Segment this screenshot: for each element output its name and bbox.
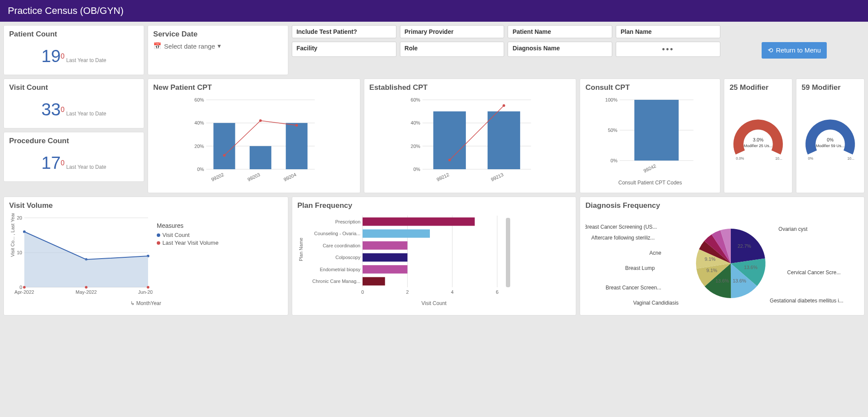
- bar-chart[interactable]: 0%20%40%60% 9921299213: [370, 95, 571, 187]
- svg-text:0%: 0%: [611, 158, 617, 163]
- legend-title: Measures: [157, 222, 218, 229]
- metric-visit-card: Visit Count 33 0 Last Year to Date: [3, 79, 144, 128]
- return-to-menu-button[interactable]: ⟲ Return to Menu: [762, 42, 827, 59]
- svg-text:Breast Lump: Breast Lump: [625, 265, 655, 271]
- svg-text:13.6%: 13.6%: [744, 265, 758, 270]
- chart-established-cpt: Established CPT 0%20%40%60% 9921299213: [364, 79, 577, 193]
- svg-text:0: 0: [361, 289, 364, 295]
- chart-consult-cpt: Consult CPT 0%50%100% 99242 Consult Pati…: [580, 79, 720, 193]
- svg-text:Gestational diabetes mellitus : Gestational diabetes mellitus i...: [770, 298, 843, 304]
- hbar-chart[interactable]: Plan Name 0246PrescriptionCounseling - O…: [297, 213, 506, 300]
- gauge-label: Modifier 59 Us...: [816, 144, 845, 148]
- metric-value: 33: [41, 100, 61, 119]
- date-range-selector[interactable]: 📅 Select date range ▾: [153, 42, 283, 50]
- gauge-hi: 10...: [776, 157, 782, 161]
- chart-title: Diagnosis Frequency: [585, 201, 859, 210]
- metric-sub: Last Year to Date: [66, 57, 106, 63]
- svg-rect-10: [286, 123, 307, 169]
- svg-text:Endometrial biopsy: Endometrial biopsy: [320, 267, 360, 272]
- filter-facility[interactable]: Facility: [292, 42, 396, 57]
- bar-chart[interactable]: 0%20%40%60% 992029920399204: [153, 95, 355, 187]
- metric-procedure-card: Procedure Count 17 0 Last Year to Date: [3, 132, 144, 182]
- svg-text:60%: 60%: [410, 97, 420, 102]
- chart-new-patient-cpt: New Patient CPT 0%20%40%60% 992029920399…: [148, 79, 360, 193]
- svg-point-28: [502, 104, 505, 107]
- filter-primary-provider[interactable]: Primary Provider: [400, 25, 505, 38]
- svg-text:99242: 99242: [643, 163, 657, 174]
- filters-container: Include Test Patient? Primary Provider P…: [292, 25, 721, 75]
- metric-title: Patient Count: [9, 30, 139, 39]
- svg-point-13: [295, 124, 298, 127]
- x-axis-label: Visit Count: [297, 300, 571, 306]
- chart-plan-frequency: Plan Frequency Plan Name 0246Prescriptio…: [292, 197, 577, 315]
- gauge-chart[interactable]: 3.0% Modifier 25 Us... 0.0% 10...: [729, 95, 787, 174]
- filter-test-patient[interactable]: Include Test Patient?: [292, 25, 396, 38]
- svg-text:4: 4: [451, 289, 453, 295]
- chart-title: New Patient CPT: [153, 83, 355, 92]
- svg-text:Colposcopy: Colposcopy: [335, 255, 360, 260]
- gauge-chart[interactable]: 0% Modifier 59 Us... 0% 10...: [802, 95, 859, 174]
- svg-text:Cervical Cancer Scre...: Cervical Cancer Scre...: [787, 269, 841, 276]
- metric-title: Procedure Count: [9, 137, 139, 145]
- metric-value: 19: [41, 46, 61, 66]
- svg-point-27: [448, 159, 451, 161]
- gauge-value: 3.0%: [753, 137, 764, 142]
- legend-item[interactable]: Last Year Visit Volume: [157, 240, 218, 246]
- chart-title: Plan Frequency: [297, 201, 571, 210]
- area-chart[interactable]: Visit Co... , Last Year Visit Vol... 010…: [9, 213, 152, 300]
- svg-text:Breast Cancer Screen...: Breast Cancer Screen...: [606, 285, 661, 291]
- gauge-value: 0%: [827, 137, 834, 142]
- metric-value: 17: [41, 153, 61, 173]
- scrollbar[interactable]: [506, 218, 510, 287]
- service-date-card: Service Date 📅 Select date range ▾: [148, 25, 288, 75]
- bar-chart[interactable]: 0%50%100% 99242: [585, 95, 715, 178]
- svg-point-50: [147, 286, 149, 289]
- svg-rect-68: [363, 253, 407, 262]
- svg-text:Prescription: Prescription: [335, 219, 360, 224]
- filter-plan-name[interactable]: Plan Name: [616, 25, 720, 38]
- filter-more[interactable]: •••: [616, 42, 720, 57]
- legend-item[interactable]: Visit Count: [157, 232, 218, 238]
- svg-text:100%: 100%: [605, 97, 617, 102]
- svg-text:99213: 99213: [490, 172, 504, 182]
- chart-xlabel: Consult Patient CPT Codes: [585, 180, 715, 186]
- svg-text:Aftercare following steriliz..: Aftercare following steriliz...: [591, 235, 655, 241]
- svg-text:20%: 20%: [410, 144, 420, 149]
- filter-diagnosis[interactable]: Diagnosis Name: [508, 42, 612, 57]
- filter-role[interactable]: Role: [400, 42, 505, 57]
- svg-text:Breast Cancer Screening (US...: Breast Cancer Screening (US...: [585, 224, 657, 230]
- pie-chart[interactable]: 22.7%13.6%13.6%13.6%9.1%9.1% Ovarian cys…: [585, 213, 859, 309]
- svg-rect-26: [487, 112, 520, 169]
- chart-title: 59 Modifier: [802, 83, 859, 92]
- svg-point-12: [259, 119, 262, 122]
- svg-text:Chronic Care Manag...: Chronic Care Manag...: [312, 279, 360, 284]
- filter-patient-name[interactable]: Patient Name: [508, 25, 612, 38]
- svg-text:2: 2: [406, 289, 409, 295]
- svg-text:Ovarian cyst: Ovarian cyst: [779, 226, 808, 232]
- gauge-lo: 0%: [808, 157, 814, 161]
- svg-text:40%: 40%: [410, 120, 420, 125]
- chart-59-modifier: 59 Modifier 0% Modifier 59 Us... 0% 10..…: [796, 79, 865, 193]
- gauge-label: Modifier 25 Us...: [744, 144, 772, 148]
- metric-title: Visit Count: [9, 83, 139, 92]
- svg-point-49: [85, 286, 88, 289]
- metric-sup: 0: [61, 106, 65, 114]
- chevron-down-icon: ▾: [218, 42, 221, 50]
- date-range-placeholder: Select date range: [164, 43, 215, 50]
- svg-text:Apr-2022: Apr-2022: [14, 289, 34, 295]
- chart-title: Established CPT: [370, 83, 571, 92]
- metric-sub: Last Year to Date: [66, 111, 106, 117]
- chart-visit-volume: Visit Volume Visit Co... , Last Year Vis…: [3, 197, 288, 315]
- svg-text:9.1%: 9.1%: [705, 256, 716, 262]
- svg-text:10: 10: [17, 250, 22, 255]
- svg-rect-64: [363, 230, 430, 238]
- chart-diagnosis-frequency: Diagnosis Frequency 22.7%13.6%13.6%13.6%…: [580, 197, 865, 315]
- svg-text:9.1%: 9.1%: [706, 268, 717, 273]
- y-axis-label: Plan Name: [298, 238, 304, 261]
- svg-text:Counseling - Ovaria...: Counseling - Ovaria...: [314, 231, 360, 236]
- metric-sup: 0: [61, 53, 65, 60]
- svg-text:Care coordination: Care coordination: [323, 243, 360, 248]
- gauge-hi: 10...: [848, 157, 855, 161]
- svg-text:20%: 20%: [195, 144, 204, 149]
- return-label: Return to Menu: [776, 46, 821, 54]
